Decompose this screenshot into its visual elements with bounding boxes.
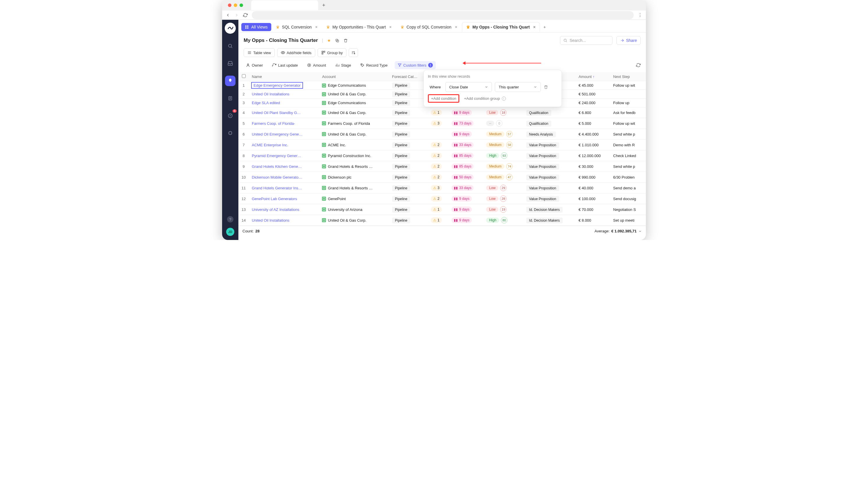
close-tab-icon[interactable]: × bbox=[455, 25, 457, 29]
account-cell[interactable]: United Oil & Gas Corp. bbox=[319, 107, 389, 118]
table-row[interactable]: 6 United Oil Emergency Gene… United Oil … bbox=[239, 129, 646, 140]
name-cell[interactable]: Edge SLA edited bbox=[249, 98, 319, 107]
stage-filter[interactable]: Stage bbox=[333, 61, 353, 69]
close-tab-icon[interactable]: × bbox=[389, 25, 392, 29]
name-cell[interactable]: Grand Hotels Kitchen Gene… bbox=[249, 161, 319, 172]
search-input[interactable]: Search... bbox=[560, 36, 612, 45]
table-row[interactable]: 12 GenePoint Lab Generators GenePoint Pi… bbox=[239, 194, 646, 204]
filter-field-select[interactable]: Close Date bbox=[445, 82, 492, 92]
account-cell[interactable]: University of Arizona bbox=[319, 204, 389, 215]
name-cell[interactable]: ACME Enterprise Inc. bbox=[249, 140, 319, 150]
add-view-tab-button[interactable]: + bbox=[540, 23, 549, 31]
share-button[interactable]: Share bbox=[617, 36, 641, 45]
col-account[interactable]: Account bbox=[319, 72, 389, 81]
col-name[interactable]: Name bbox=[249, 72, 319, 81]
refresh-button[interactable] bbox=[636, 63, 641, 67]
browser-tab[interactable] bbox=[251, 0, 318, 10]
filter-label: Stage bbox=[341, 63, 351, 67]
owner-filter[interactable]: Owner bbox=[244, 61, 265, 69]
all-views-tab[interactable]: All Views bbox=[241, 23, 271, 31]
delete-condition-icon[interactable] bbox=[544, 85, 548, 89]
add-hide-fields-button[interactable]: Add/hide fields bbox=[277, 48, 315, 57]
name-cell[interactable]: United Oil Installations bbox=[249, 90, 319, 98]
view-tab-1[interactable]: ♛ My Opportunities - This Quart × bbox=[322, 22, 396, 32]
table-view-button[interactable]: Table view bbox=[244, 48, 275, 57]
star-icon[interactable]: ★ bbox=[327, 38, 331, 43]
table-row[interactable]: 8 Pyramid Emergency Gener… Pyramid Const… bbox=[239, 150, 646, 161]
table-row[interactable]: 14 United Oil Installations United Oil &… bbox=[239, 215, 646, 226]
name-cell[interactable]: United Oil Plant Standby G… bbox=[249, 107, 319, 118]
account-cell[interactable]: Farmers Coop. of Florida bbox=[319, 118, 389, 129]
trash-icon[interactable] bbox=[343, 38, 348, 43]
name-cell[interactable]: United Oil Emergency Gene… bbox=[249, 129, 319, 140]
account-cell[interactable]: ACME Inc. bbox=[319, 140, 389, 150]
account-cell[interactable]: Pyramid Construction Inc. bbox=[319, 150, 389, 161]
name-cell[interactable]: Edge Emergency Generator bbox=[249, 81, 319, 90]
amount-cell: € 4.400.000 bbox=[576, 129, 610, 140]
last-update-filter[interactable]: Last update bbox=[270, 61, 300, 69]
account-cell[interactable]: GenePoint bbox=[319, 194, 389, 204]
account-cell[interactable]: United Oil & Gas Corp. bbox=[319, 90, 389, 98]
risk-cell: High93 bbox=[483, 150, 523, 161]
custom-filters-button[interactable]: Custom filters 1 bbox=[395, 61, 436, 69]
copy-icon[interactable] bbox=[335, 38, 339, 43]
name-cell[interactable]: Pyramid Emergency Gener… bbox=[249, 150, 319, 161]
account-cell[interactable]: Grand Hotels & Resorts … bbox=[319, 183, 389, 194]
minimize-window-icon[interactable] bbox=[234, 3, 237, 7]
col-next-step[interactable]: Next Step bbox=[610, 72, 646, 81]
account-cell[interactable]: Dickenson plc bbox=[319, 172, 389, 183]
add-condition-group-button[interactable]: +Add condition group i bbox=[464, 96, 506, 100]
view-tab-3[interactable]: ♛ My Opps - Closing This Quart × bbox=[462, 22, 540, 32]
sort-button[interactable] bbox=[349, 48, 358, 57]
nav-forward-icon[interactable] bbox=[234, 13, 239, 18]
add-group-label: +Add condition group bbox=[464, 96, 500, 100]
settings-icon[interactable] bbox=[225, 128, 235, 139]
table-row[interactable]: 11 Grand Hotels Generator Ins… Grand Hot… bbox=[239, 183, 646, 194]
address-bar[interactable] bbox=[252, 11, 634, 19]
table-row[interactable]: 7 ACME Enterprise Inc. ACME Inc. Pipelin… bbox=[239, 140, 646, 150]
add-condition-button[interactable]: +Add condition bbox=[428, 94, 459, 103]
notes-icon[interactable] bbox=[225, 93, 235, 104]
table-row[interactable]: 10 Dickenson Mobile Generato… Dickenson … bbox=[239, 172, 646, 183]
amount-filter[interactable]: Amount bbox=[305, 61, 328, 69]
account-cell[interactable]: Edge Communications bbox=[319, 81, 389, 90]
select-all-checkbox[interactable] bbox=[239, 72, 249, 81]
close-tab-icon[interactable]: × bbox=[533, 25, 536, 29]
new-browser-tab-button[interactable]: + bbox=[322, 2, 326, 8]
name-cell[interactable]: University of AZ Installations bbox=[249, 204, 319, 215]
tasks-icon[interactable]: 6 bbox=[225, 111, 235, 121]
inbox-icon[interactable] bbox=[225, 58, 235, 69]
view-tab-0[interactable]: ♛ SQL Conversion × bbox=[272, 22, 321, 32]
col-amount[interactable]: Amount bbox=[576, 72, 610, 81]
help-icon[interactable]: ? bbox=[227, 216, 233, 223]
account-cell[interactable]: Grand Hotels & Resorts … bbox=[319, 161, 389, 172]
account-cell[interactable]: United Oil & Gas Corp. bbox=[319, 215, 389, 226]
account-cell[interactable]: Edge Communications bbox=[319, 98, 389, 107]
table-row[interactable]: 9 Grand Hotels Kitchen Gene… Grand Hotel… bbox=[239, 161, 646, 172]
app-logo[interactable] bbox=[225, 23, 236, 34]
table-row[interactable]: 13 University of AZ Installations Univer… bbox=[239, 204, 646, 215]
col-forecast[interactable]: Forecast Cat… bbox=[389, 72, 428, 81]
close-window-icon[interactable] bbox=[228, 3, 231, 7]
name-cell[interactable]: GenePoint Lab Generators bbox=[249, 194, 319, 204]
close-tab-icon[interactable]: × bbox=[315, 25, 317, 29]
name-cell[interactable]: Farmers Coop. of Florida- bbox=[249, 118, 319, 129]
filter-value-select[interactable]: This quarter bbox=[495, 82, 541, 92]
search-icon[interactable] bbox=[225, 41, 235, 51]
group-by-button[interactable]: Group by bbox=[317, 48, 346, 57]
account-cell[interactable]: United Oil & Gas Corp. bbox=[319, 129, 389, 140]
rocket-icon[interactable] bbox=[225, 76, 235, 86]
chevron-down-icon[interactable] bbox=[638, 230, 642, 233]
browser-menu-icon[interactable]: ⋮ bbox=[638, 12, 642, 18]
maximize-window-icon[interactable] bbox=[240, 3, 243, 7]
table-row[interactable]: 4 United Oil Plant Standby G… United Oil… bbox=[239, 107, 646, 118]
user-avatar[interactable]: JD bbox=[226, 228, 234, 236]
name-cell[interactable]: Grand Hotels Generator Ins… bbox=[249, 183, 319, 194]
table-row[interactable]: 5 Farmers Coop. of Florida- Farmers Coop… bbox=[239, 118, 646, 129]
nav-back-icon[interactable] bbox=[226, 13, 230, 18]
name-cell[interactable]: Dickenson Mobile Generato… bbox=[249, 172, 319, 183]
reload-icon[interactable] bbox=[243, 13, 248, 18]
name-cell[interactable]: United Oil Installations bbox=[249, 215, 319, 226]
view-tab-2[interactable]: ♛ Copy of SQL Conversion × bbox=[396, 22, 461, 32]
record-type-filter[interactable]: Record Type bbox=[358, 61, 390, 69]
